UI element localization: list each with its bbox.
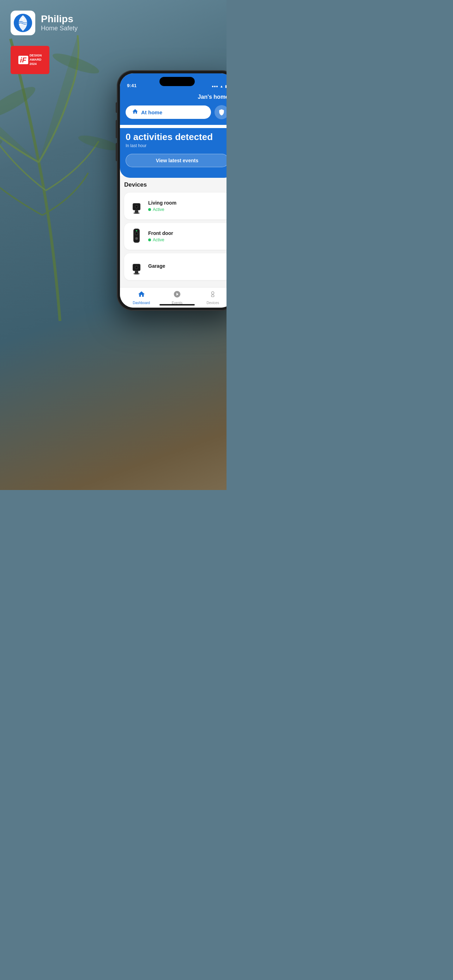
side-button-mute [116, 102, 117, 113]
svg-point-26 [135, 266, 138, 269]
shield-button[interactable] [215, 105, 227, 119]
svg-point-3 [77, 133, 120, 153]
award-text: DESIGN AWARD 2024 [30, 54, 42, 66]
device-info-garage: Garage [148, 263, 225, 270]
mode-selector[interactable]: At home [126, 105, 227, 119]
svg-point-15 [134, 212, 140, 214]
svg-point-21 [136, 238, 138, 240]
award-if-label: iF [18, 56, 28, 64]
device-status-front-door: Active [148, 237, 225, 242]
device-name-living-room: Living room [148, 200, 225, 206]
phone-screen: 9:41 ●●● ▲ ▮ Jan's home [120, 73, 227, 308]
svg-point-30 [212, 292, 214, 294]
dashboard-label: Dashboard [133, 301, 150, 305]
activity-subtitle: In last hour [126, 143, 227, 148]
app-subtitle: Home Safety [41, 25, 78, 32]
app-name: Philips [41, 14, 78, 25]
side-button-vol-down [116, 143, 117, 161]
svg-point-29 [134, 273, 140, 274]
svg-point-0 [0, 82, 38, 123]
phone-mockup: 9:41 ●●● ▲ ▮ Jan's home [117, 70, 227, 310]
at-home-pill[interactable]: At home [126, 105, 211, 119]
view-events-button[interactable]: View latest events [126, 154, 227, 167]
device-name-garage: Garage [148, 263, 225, 269]
activity-section: 0 activities detected In last hour View … [120, 128, 227, 178]
status-text-living-room: Active [153, 207, 164, 212]
device-image-living-room [129, 197, 144, 215]
device-image-garage [129, 258, 144, 275]
svg-point-6 [22, 18, 24, 20]
svg-point-19 [135, 232, 138, 235]
side-button-vol-up [116, 120, 117, 138]
devices-section-title: Devices [124, 181, 227, 188]
status-text-front-door: Active [153, 237, 164, 242]
philips-logo [11, 11, 35, 35]
dashboard-icon [138, 290, 145, 300]
activity-count: 0 activities detected [126, 132, 227, 143]
at-home-label: At home [141, 109, 162, 115]
device-card-garage[interactable]: Garage [124, 253, 227, 280]
device-info-living-room: Living room Active [148, 200, 225, 212]
home-name: Jan's home [126, 94, 227, 100]
device-info-front-door: Front door Active [148, 231, 225, 242]
device-status-living-room: Active [148, 207, 225, 212]
status-dot-living-room [148, 208, 151, 211]
app-header: Philips Home Safety [11, 11, 78, 35]
phone-frame: 9:41 ●●● ▲ ▮ Jan's home [117, 70, 227, 310]
home-icon [132, 108, 138, 116]
svg-rect-31 [212, 295, 214, 297]
nav-dashboard[interactable]: Dashboard [124, 290, 159, 305]
dynamic-island [159, 77, 195, 86]
svg-point-22 [136, 230, 137, 231]
device-image-front-door [129, 228, 144, 245]
status-time: 9:41 [127, 83, 137, 88]
device-card-front-door[interactable]: Front door Active [124, 223, 227, 250]
devices-label: Devices [207, 301, 219, 305]
wifi-icon: ▲ [220, 84, 223, 88]
svg-point-12 [135, 206, 138, 208]
app-title-block: Philips Home Safety [41, 14, 78, 32]
home-indicator [159, 304, 195, 305]
status-icons: ●●● ▲ ▮ [212, 84, 227, 88]
battery-icon: ▮ [225, 84, 227, 88]
device-card-living-room[interactable]: Living room Active [124, 192, 227, 220]
nav-events[interactable]: Events [159, 290, 195, 305]
events-icon [173, 290, 181, 300]
device-name-front-door: Front door [148, 231, 225, 236]
award-badge: iF DESIGN AWARD 2024 [11, 46, 49, 74]
status-dot-front-door [148, 239, 151, 241]
content-area: Devices [120, 176, 227, 287]
app-header-phone: Jan's home At home [120, 90, 227, 125]
nav-devices[interactable]: Devices [195, 290, 227, 305]
signal-icon: ●●● [212, 84, 218, 88]
devices-icon [209, 290, 217, 300]
